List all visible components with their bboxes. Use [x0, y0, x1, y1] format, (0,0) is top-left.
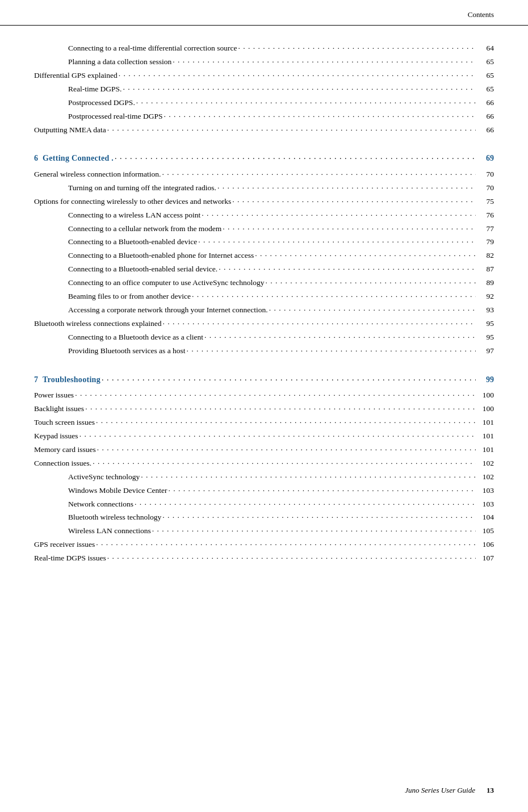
entry-dots	[202, 208, 476, 220]
entry-dots	[169, 483, 476, 496]
list-item: Connection issues. 102	[34, 458, 494, 470]
list-item: Accessing a corporate network through yo…	[34, 304, 494, 317]
list-item: Connecting to a Bluetooth-enabled device…	[34, 236, 494, 249]
entry-page: 101	[477, 430, 494, 442]
entry-page: 105	[477, 525, 494, 537]
entry-label: Beaming files to or from another device	[68, 291, 191, 303]
entry-dots	[265, 275, 476, 288]
entry-label: Connection issues.	[34, 458, 91, 470]
entry-label: Postprocessed real-time DGPS	[68, 111, 162, 123]
entry-page: 92	[477, 291, 494, 303]
entry-dots	[96, 537, 476, 550]
list-item: Connecting to a Bluetooth-enabled phone …	[34, 250, 494, 262]
entry-dots	[162, 167, 476, 179]
chapter-number: 6	[34, 152, 38, 165]
entry-dots	[97, 442, 476, 455]
page-header: Contents	[0, 0, 528, 26]
list-item: Beaming files to or from another device …	[34, 291, 494, 303]
entry-label: Windows Mobile Device Center	[68, 485, 167, 497]
entry-label: Turning on and turning off the integrate…	[68, 182, 216, 194]
toc-content: Connecting to a real-time differential c…	[0, 26, 528, 600]
entry-page: 106	[477, 539, 494, 551]
entry-label: General wireless connection information.	[34, 169, 161, 181]
entry-dots	[219, 262, 476, 274]
entry-dots	[141, 470, 476, 482]
entry-dots	[173, 55, 476, 67]
list-item: Postprocessed real-time DGPS 66	[34, 111, 494, 123]
list-item: Connecting to a real-time differential c…	[34, 43, 494, 55]
list-item: Wireless LAN connections 105	[34, 525, 494, 538]
entry-dots	[96, 415, 476, 428]
list-item: Providing Bluetooth services as a host 9…	[34, 345, 494, 358]
entry-page: 102	[477, 458, 494, 470]
list-item: Postprocessed DGPS. 66	[34, 97, 494, 110]
entry-label: Network connections	[68, 499, 133, 510]
entry-dots	[163, 316, 476, 329]
entry-page: 76	[477, 210, 494, 221]
entry-dots	[192, 289, 476, 302]
entry-label: Differential GPS explained	[34, 70, 118, 82]
entry-page: 70	[477, 169, 494, 181]
footer-page-number: 13	[487, 786, 494, 795]
entry-page: 95	[477, 318, 494, 330]
entry-label: Connecting to a Bluetooth-enabled device	[68, 236, 197, 248]
entry-dots	[152, 524, 476, 536]
entry-dots	[75, 388, 476, 400]
list-item: ActiveSync technology 102	[34, 471, 494, 484]
entry-page: 102	[477, 471, 494, 483]
entry-dots	[85, 401, 476, 414]
entry-label: Bluetooth wireless connections explained	[34, 318, 162, 330]
entry-dots	[232, 194, 476, 207]
page-footer: Juno Series User Guide 13	[0, 786, 528, 795]
entry-dots	[107, 123, 476, 135]
entry-page: 66	[477, 111, 494, 123]
entry-label: Connecting to a Bluetooth-enabled phone …	[68, 250, 254, 262]
entry-label: Providing Bluetooth services as a host	[68, 345, 186, 357]
list-item: Power issues 100	[34, 390, 494, 402]
entry-label: Real-time DGPS.	[68, 83, 122, 95]
entry-page: 77	[477, 223, 494, 235]
entry-dots	[119, 68, 476, 81]
entry-label: GPS receiver issues	[34, 539, 95, 551]
footer-book-title: Juno Series User Guide	[405, 786, 475, 795]
list-item: Differential GPS explained 65	[34, 70, 494, 82]
entry-label: ActiveSync technology	[68, 471, 140, 483]
entry-dots	[115, 150, 476, 164]
entry-dots	[255, 248, 476, 261]
entry-page: 103	[477, 485, 494, 497]
list-item: GPS receiver issues 106	[34, 539, 494, 551]
entry-dots	[102, 372, 476, 385]
entry-page: 104	[477, 512, 494, 524]
entry-dots	[79, 429, 476, 441]
chapter-7-heading: 7 Troubleshooting 99	[34, 374, 494, 387]
list-item: Outputting NMEA data 66	[34, 124, 494, 137]
entry-label: Accessing a corporate network through yo…	[68, 304, 268, 316]
entry-page: 95	[477, 332, 494, 344]
entry-label: Options for connecting wirelessly to oth…	[34, 196, 231, 208]
header-title: Contents	[468, 10, 494, 19]
list-item: Connecting to an office computer to use …	[34, 277, 494, 290]
entry-page: 107	[477, 553, 494, 564]
entry-label: Memory card issues	[34, 444, 96, 456]
entry-label: Keypad issues	[34, 430, 78, 442]
entry-dots	[238, 41, 476, 53]
entry-dots	[123, 82, 476, 94]
entry-dots	[136, 95, 476, 108]
entry-page: 79	[477, 236, 494, 248]
entry-label: Real-time DGPS issues	[34, 553, 106, 564]
list-item: Planning a data collection session 65	[34, 56, 494, 69]
entry-label: Power issues	[34, 390, 74, 401]
entry-dots	[269, 303, 476, 315]
list-item: Network connections 103	[34, 499, 494, 511]
list-item: Touch screen issues 101	[34, 417, 494, 429]
entry-label: Connecting to a wireless LAN access poin…	[68, 210, 200, 221]
entry-dots	[217, 181, 476, 193]
list-item: Real-time DGPS. 65	[34, 83, 494, 96]
list-item: Windows Mobile Device Center 103	[34, 485, 494, 497]
entry-label: Postprocessed DGPS.	[68, 97, 135, 109]
entry-label: Connecting to a cellular network from th…	[68, 223, 221, 235]
entry-dots	[204, 330, 476, 342]
entry-dots	[135, 497, 476, 509]
entry-label: Outputting NMEA data	[34, 124, 106, 136]
entry-dots	[162, 510, 476, 522]
